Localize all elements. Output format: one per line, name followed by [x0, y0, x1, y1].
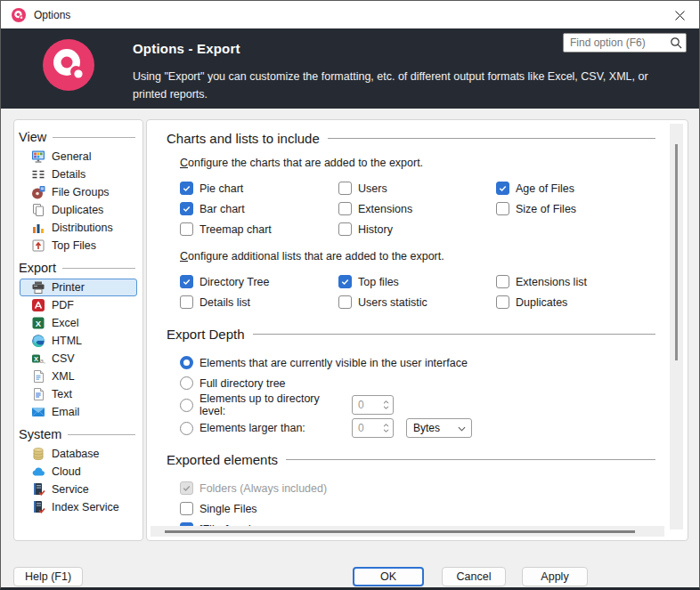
radio-label: Elements larger than: [199, 422, 346, 434]
cancel-button[interactable]: Cancel [442, 567, 506, 586]
search-icon[interactable] [670, 36, 682, 53]
sidebar-item-printer[interactable]: Printer [20, 279, 137, 296]
checkbox-duplicates-list[interactable]: Duplicates [496, 295, 655, 309]
section-title: Export Depth [167, 327, 245, 342]
sidebar-item-database[interactable]: Database [20, 445, 137, 463]
header-banner: Options - Export Using "Export" you can … [1, 28, 699, 109]
sidebar-item-label: Database [52, 448, 100, 460]
radio-directory-level[interactable]: Elements up to directory level: 0 [180, 393, 655, 416]
section-title: Exported elements [167, 452, 278, 467]
checkbox-label: Duplicates [516, 296, 567, 309]
checkbox-extensions[interactable]: Extensions [338, 202, 496, 215]
checkbox-label: History [358, 223, 393, 236]
sidebar-item-top-files[interactable]: Top Files [20, 237, 137, 255]
chevron-down-icon [458, 422, 471, 434]
checkbox-label: Size of Files [516, 203, 576, 215]
pdf-icon [31, 298, 45, 312]
vertical-scrollbar[interactable] [670, 124, 683, 529]
sidebar-item-general[interactable]: General [20, 148, 137, 166]
sidebar-item-label: Service [52, 483, 89, 496]
sidebar-item-text[interactable]: Text [20, 385, 137, 403]
radio-full-directory-tree[interactable]: Full directory tree [180, 373, 655, 393]
radio-icon [180, 376, 193, 390]
size-spinner[interactable]: 0 [352, 418, 394, 438]
checkbox-directory-tree[interactable]: Directory Tree [180, 275, 338, 288]
nav-group-export: Export [14, 256, 142, 279]
distributions-icon [31, 221, 45, 235]
spinner-arrows[interactable] [383, 424, 393, 432]
checkbox-icon [496, 295, 509, 309]
apply-button[interactable]: Apply [522, 567, 588, 586]
excel-icon: X [31, 316, 45, 330]
checkbox-age-of-files[interactable]: Age of Files [496, 182, 655, 195]
sidebar-item-file-groups[interactable]: File Groups [20, 183, 137, 201]
radio-visible-elements[interactable]: Elements that are currently visible in t… [180, 352, 655, 373]
svg-text:a,: a, [40, 357, 45, 365]
vertical-scrollbar-thumb[interactable] [675, 144, 678, 360]
database-icon [31, 447, 45, 461]
sidebar-item-cloud[interactable]: Cloud [20, 463, 137, 481]
checkbox-users[interactable]: Users [338, 182, 496, 195]
checkbox-icon [496, 202, 509, 215]
checkbox-treemap-chart[interactable]: Treemap chart [180, 222, 338, 236]
xml-icon [31, 369, 45, 384]
ok-button[interactable]: OK [353, 567, 424, 586]
nav-group-label: System [19, 427, 61, 441]
checkbox-label: Treemap chart [199, 223, 272, 236]
sidebar-item-label: HTML [52, 335, 82, 347]
checkbox-label: Folders (Always included) [199, 482, 327, 495]
sidebar-item-label: PDF [52, 299, 74, 311]
radio-icon [180, 399, 193, 412]
sidebar-item-details[interactable]: Details [20, 166, 137, 183]
sidebar-item-label: Text [52, 388, 72, 400]
email-icon [31, 405, 45, 419]
section-exported-elements: Exported elements [167, 452, 655, 467]
radio-label: Elements up to directory level: [199, 392, 346, 417]
checkbox-pie-chart[interactable]: Pie chart [180, 182, 338, 195]
sidebar-item-duplicates[interactable]: Duplicates [20, 201, 137, 219]
sidebar-item-html[interactable]: HTML [20, 332, 137, 350]
lists-config-label: Configure additional lists that are adde… [180, 250, 655, 263]
checkbox-top-files-list[interactable]: Top files [338, 275, 496, 288]
checkbox-folders: Folders (Always included) [180, 478, 655, 498]
sidebar-item-xml[interactable]: XML [20, 368, 137, 385]
details-icon [31, 167, 45, 182]
checkbox-icon [338, 275, 352, 288]
checkbox-details-list[interactable]: Details list [180, 295, 338, 309]
find-option-input[interactable] [563, 33, 687, 53]
size-unit-select[interactable]: Bytes [406, 418, 472, 438]
checkbox-size-of-files[interactable]: Size of Files [496, 202, 655, 215]
checkbox-bar-chart[interactable]: Bar chart [180, 202, 338, 215]
sidebar-item-label: File Groups [52, 186, 110, 198]
sidebar-item-pdf[interactable]: PDF [20, 296, 137, 314]
radio-larger-than[interactable]: Elements larger than: 0 Bytes [180, 416, 655, 440]
sidebar-item-label: Distributions [52, 222, 113, 234]
help-button[interactable]: Help (F1) [13, 567, 83, 586]
sidebar-item-service[interactable]: Service [20, 481, 137, 498]
checkbox-label: Extensions list [516, 276, 587, 288]
sidebar-item-label: XML [52, 370, 75, 383]
checkbox-label: Users statistic [358, 296, 427, 309]
directory-level-spinner[interactable]: 0 [352, 395, 394, 415]
sidebar-item-index-service[interactable]: Index Service [20, 498, 137, 516]
checkbox-users-statistic[interactable]: Users statistic [338, 295, 496, 309]
horizontal-scrollbar[interactable] [151, 526, 664, 537]
sidebar-item-distributions[interactable]: Distributions [20, 219, 137, 237]
checkbox-single-files[interactable]: Single Files [180, 498, 655, 519]
checkbox-extensions-list[interactable]: Extensions list [496, 275, 655, 288]
close-button[interactable] [665, 4, 694, 26]
sidebar-item-label: Top Files [52, 239, 96, 252]
nav-group-label: Export [19, 261, 56, 275]
sidebar-item-label: General [52, 150, 91, 163]
sidebar-item-label: Index Service [52, 501, 119, 513]
checkbox-history[interactable]: History [338, 222, 496, 236]
checkbox-label: Age of Files [516, 182, 574, 195]
spinner-arrows[interactable] [383, 400, 393, 409]
file-groups-icon [31, 185, 45, 199]
horizontal-scrollbar-thumb[interactable] [165, 530, 635, 533]
svg-text:X: X [36, 319, 42, 328]
sidebar-item-email[interactable]: Email [20, 403, 137, 421]
sidebar-item-excel[interactable]: X Excel [20, 314, 137, 332]
sidebar-item-csv[interactable]: Xa, CSV [20, 350, 137, 368]
csv-icon: Xa, [31, 352, 45, 366]
